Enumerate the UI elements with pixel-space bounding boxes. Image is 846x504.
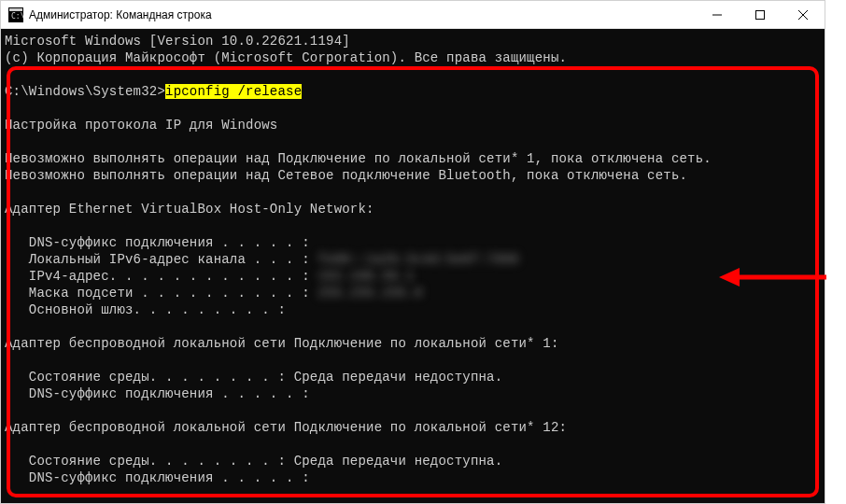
copyright-line: (c) Корпорация Майкрософт (Microsoft Cor… xyxy=(5,49,821,66)
blurred-value: fe80::1a2b:3c4d:5e6f:7890 xyxy=(317,251,518,268)
cmd-window: C:\ Администратор: Командная строка Micr… xyxy=(0,0,825,504)
adapter-field: Локальный IPv6-адрес канала . . . : fe80… xyxy=(5,251,821,268)
adapter-field: Состояние среды. . . . . . . . : Среда п… xyxy=(5,453,821,469)
blank-line xyxy=(5,217,821,234)
config-title: Настройка протокола IP для Windows xyxy=(5,117,821,133)
error-line: Невозможно выполнять операции над Подклю… xyxy=(5,150,821,167)
blank-line xyxy=(5,352,821,369)
svg-rect-1 xyxy=(9,8,22,11)
terminal-output[interactable]: Microsoft Windows [Version 10.0.22621.11… xyxy=(1,29,825,504)
blurred-value: 255.255.255.0 xyxy=(317,285,422,301)
blank-line xyxy=(5,402,821,419)
blank-line xyxy=(5,133,821,150)
blurred-value: 192.168.56.1 xyxy=(317,268,414,285)
titlebar: C:\ Администратор: Командная строка xyxy=(1,1,825,29)
blank-line xyxy=(5,318,821,335)
cmd-icon: C:\ xyxy=(8,7,23,22)
adapter-field: Основной шлюз. . . . . . . . . : xyxy=(5,301,821,318)
command-text: ipconfig /release xyxy=(165,84,302,99)
minimize-button[interactable] xyxy=(696,1,739,29)
svg-text:C:\: C:\ xyxy=(11,12,23,21)
adapter-field: DNS-суффикс подключения . . . . . : xyxy=(5,469,821,486)
window-controls xyxy=(696,1,825,28)
window-title: Администратор: Командная строка xyxy=(29,8,696,21)
prompt-text: C:\Windows\System32> xyxy=(5,84,165,99)
blank-line xyxy=(5,184,821,201)
error-line: Невозможно выполнять операции над Сетево… xyxy=(5,167,821,184)
adapter-field: Маска подсети . . . . . . . . . . : 255.… xyxy=(5,285,821,301)
blank-line xyxy=(5,100,821,117)
svg-rect-4 xyxy=(756,11,765,20)
adapter-title: Адаптер Ethernet VirtualBox Host-Only Ne… xyxy=(5,201,821,217)
version-line: Microsoft Windows [Version 10.0.22621.11… xyxy=(5,33,821,49)
blank-line xyxy=(5,486,821,503)
prompt-line: C:\Windows\System32>ipconfig /release xyxy=(5,83,821,100)
maximize-button[interactable] xyxy=(739,1,782,29)
adapter-title: Адаптер беспроводной локальной сети Подк… xyxy=(5,335,821,352)
adapter-field: DNS-суффикс подключения . . . . . : xyxy=(5,234,821,251)
adapter-title: Адаптер беспроводной локальной сети Подк… xyxy=(5,419,821,436)
adapter-field: IPv4-адрес. . . . . . . . . . . . : 192.… xyxy=(5,268,821,285)
adapter-field: Состояние среды. . . . . . . . : Среда п… xyxy=(5,369,821,385)
adapter-field: DNS-суффикс подключения . . . . . : xyxy=(5,385,821,402)
close-button[interactable] xyxy=(782,1,825,29)
blank-line xyxy=(5,66,821,83)
blank-line xyxy=(5,436,821,453)
